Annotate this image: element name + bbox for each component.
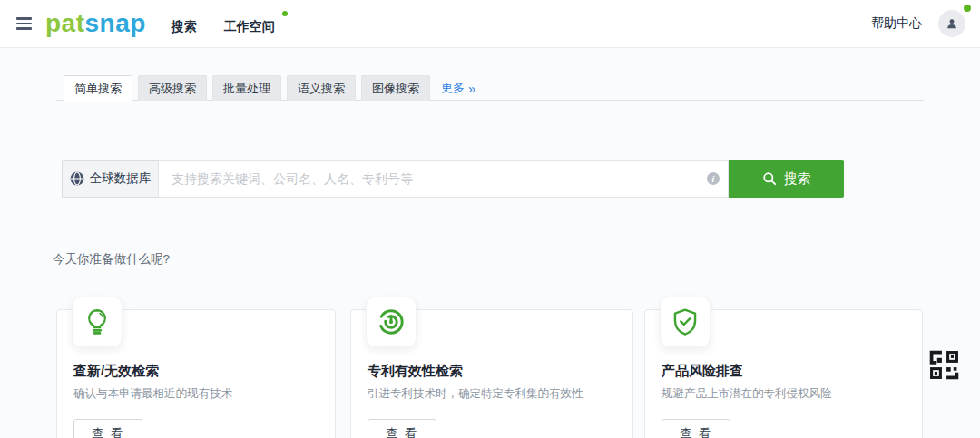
scope-label: 全球数据库 <box>90 170 152 187</box>
intro-question: 今天你准备做什么呢? <box>53 251 170 268</box>
logo-part-blue: snap <box>85 9 146 37</box>
tabs-more-link[interactable]: 更多» <box>441 75 475 101</box>
view-button[interactable]: 查 看 <box>368 419 436 438</box>
card-title: 专利有效性检索 <box>368 363 463 380</box>
user-avatar[interactable] <box>938 10 965 37</box>
qr-code-icon[interactable] <box>929 350 959 380</box>
card-description: 确认与本申请最相近的现有技术 <box>74 386 232 402</box>
top-navbar: patsnap 搜索 工作空间 帮助中心 <box>0 0 980 48</box>
globe-icon <box>70 171 84 186</box>
shield-check-icon <box>660 297 710 347</box>
card-novelty-invalidity-search[interactable]: 查新/无效检索 确认与本申请最相近的现有技术 查 看 <box>56 309 336 438</box>
double-chevron-right-icon: » <box>468 82 475 95</box>
search-button[interactable]: 搜索 <box>729 160 844 198</box>
card-title: 产品风险排查 <box>662 363 743 380</box>
card-description: 规避产品上市潜在的专利侵权风险 <box>662 386 832 402</box>
view-button[interactable]: 查 看 <box>662 419 730 438</box>
lightbulb-icon <box>72 297 122 347</box>
nav-item-workspace[interactable]: 工作空间 <box>224 13 275 35</box>
avatar-person-icon <box>938 10 965 37</box>
search-input[interactable] <box>158 160 729 198</box>
card-title: 查新/无效检索 <box>74 363 159 380</box>
global-search-bar: 全球数据库 i 搜索 <box>62 160 844 198</box>
avatar-notification-badge <box>964 5 971 12</box>
tab-image-search[interactable]: 图像搜索 <box>361 75 430 101</box>
card-patent-validity-search[interactable]: 专利有效性检索 引进专利技术时，确定特定专利集的有效性 查 看 <box>350 309 633 438</box>
tab-batch-processing[interactable]: 批量处理 <box>212 75 281 101</box>
hamburger-menu-icon[interactable] <box>16 17 32 29</box>
nav-item-search[interactable]: 搜索 <box>172 13 197 35</box>
workspace-notification-badge <box>282 11 288 16</box>
magnifier-icon <box>762 171 777 186</box>
main-nav: 搜索 工作空间 <box>172 13 275 35</box>
tab-semantic-search[interactable]: 语义搜索 <box>287 75 356 101</box>
card-description: 引进专利技术时，确定特定专利集的有效性 <box>368 386 583 402</box>
view-button[interactable]: 查 看 <box>74 419 142 438</box>
tab-simple-search[interactable]: 简单搜索 <box>64 75 132 102</box>
target-icon <box>366 297 416 347</box>
info-icon[interactable]: i <box>707 172 720 185</box>
help-center-link[interactable]: 帮助中心 <box>871 15 922 32</box>
tab-advanced-search[interactable]: 高级搜索 <box>138 75 207 101</box>
logo-part-green: pat <box>45 9 85 37</box>
patsnap-search-page: { "header": { "logo_part1": "pat", "logo… <box>0 0 980 438</box>
search-mode-tabs: 简单搜索 高级搜索 批量处理 语义搜索 图像搜索 更多» <box>64 75 475 101</box>
database-scope-selector[interactable]: 全球数据库 <box>62 160 158 198</box>
patsnap-logo[interactable]: patsnap <box>45 11 146 36</box>
search-button-label: 搜索 <box>784 170 811 188</box>
card-product-risk-check[interactable]: 产品风险排查 规避产品上市潜在的专利侵权风险 查 看 <box>644 309 923 438</box>
